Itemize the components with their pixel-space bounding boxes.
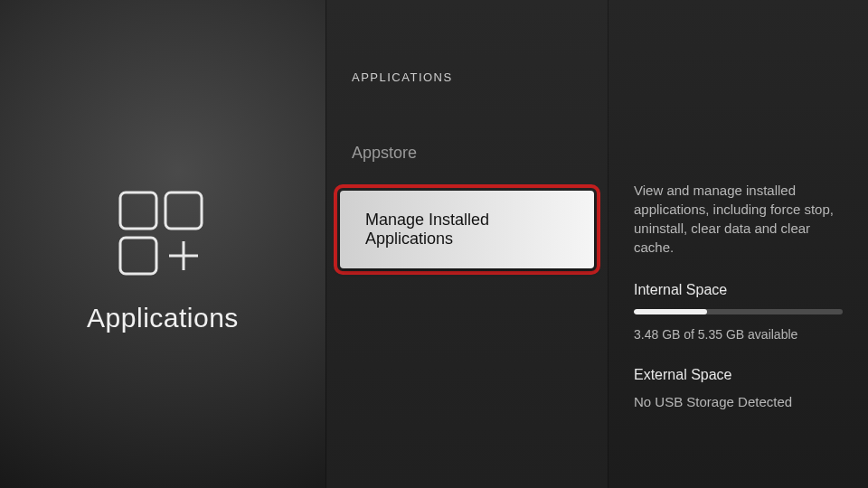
left-pane-title: Applications <box>87 303 239 333</box>
internal-space-text: 3.48 GB of 5.35 GB available <box>634 327 843 342</box>
internal-space-heading: Internal Space <box>634 282 843 298</box>
svg-rect-0 <box>120 192 156 229</box>
svg-rect-2 <box>120 238 156 274</box>
detail-pane: View and manage installed applications, … <box>608 0 868 488</box>
menu-pane: APPLICATIONS Appstore Manage Installed A… <box>326 0 608 488</box>
left-pane: Applications <box>0 0 326 488</box>
svg-rect-1 <box>165 192 202 229</box>
section-header: APPLICATIONS <box>326 70 608 84</box>
menu-item-appstore[interactable]: Appstore <box>326 127 608 179</box>
menu-item-manage-installed-applications[interactable]: Manage Installed Applications <box>340 191 594 268</box>
internal-space-bar <box>634 309 843 314</box>
internal-space-bar-fill <box>634 309 707 314</box>
external-space-heading: External Space <box>634 367 843 383</box>
item-description: View and manage installed applications, … <box>634 181 843 257</box>
selection-highlight: Manage Installed Applications <box>334 184 600 275</box>
applications-icon <box>113 191 212 281</box>
external-space-text: No USB Storage Detected <box>634 394 843 409</box>
